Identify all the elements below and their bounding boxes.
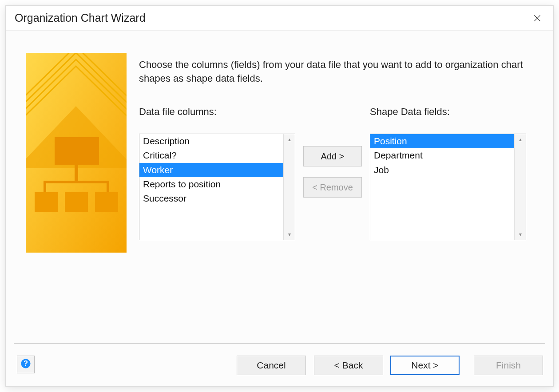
svg-rect-8 — [107, 183, 109, 192]
data-file-columns-label: Data file columns: — [139, 106, 217, 118]
dialog-body: Choose the columns (fields) from your da… — [6, 31, 553, 386]
cancel-button[interactable]: Cancel — [237, 356, 306, 375]
svg-text:?: ? — [24, 359, 28, 367]
svg-rect-10 — [65, 192, 88, 212]
titlebar: Organization Chart Wizard — [6, 6, 553, 31]
svg-rect-4 — [55, 137, 99, 165]
list-item[interactable]: Position — [370, 134, 514, 148]
wizard-illustration — [26, 53, 127, 253]
dialog-title: Organization Chart Wizard — [15, 12, 146, 24]
list-item[interactable]: Reports to position — [139, 177, 283, 191]
help-button[interactable]: ? — [17, 356, 35, 373]
scroll-down-icon[interactable]: ▾ — [284, 229, 295, 240]
help-icon: ? — [20, 358, 32, 371]
shape-data-fields-listbox[interactable]: PositionDepartmentJob ▴ ▾ — [370, 134, 526, 240]
finish-button: Finish — [474, 356, 543, 375]
svg-rect-5 — [75, 165, 78, 182]
scrollbar[interactable]: ▴ ▾ — [283, 134, 295, 240]
scroll-up-icon[interactable]: ▴ — [284, 134, 295, 145]
list-item[interactable]: Description — [139, 134, 283, 148]
back-button[interactable]: < Back — [314, 356, 383, 375]
add-button[interactable]: Add > — [303, 146, 362, 166]
shape-data-fields-label: Shape Data fields: — [370, 106, 450, 118]
svg-rect-11 — [95, 192, 118, 212]
list-item[interactable]: Successor — [139, 191, 283, 206]
list-item[interactable]: Job — [370, 163, 514, 177]
data-file-columns-listbox[interactable]: DescriptionCritical?WorkerReports to pos… — [139, 134, 295, 240]
transfer-buttons: Add > < Remove — [303, 146, 362, 208]
wizard-dialog: Organization Chart Wizard — [5, 5, 554, 387]
scrollbar[interactable]: ▴ ▾ — [514, 134, 526, 240]
list-item[interactable]: Worker — [139, 163, 283, 177]
svg-rect-9 — [35, 192, 58, 212]
instruction-text: Choose the columns (fields) from your da… — [139, 58, 525, 86]
next-button[interactable]: Next > — [390, 356, 460, 375]
scroll-down-icon[interactable]: ▾ — [515, 229, 526, 240]
list-item[interactable]: Critical? — [139, 148, 283, 162]
svg-rect-6 — [44, 181, 109, 183]
svg-rect-7 — [44, 183, 46, 192]
close-icon[interactable] — [530, 11, 544, 25]
remove-button[interactable]: < Remove — [303, 177, 362, 198]
separator — [14, 343, 545, 344]
scroll-up-icon[interactable]: ▴ — [515, 134, 526, 145]
list-item[interactable]: Department — [370, 148, 514, 162]
